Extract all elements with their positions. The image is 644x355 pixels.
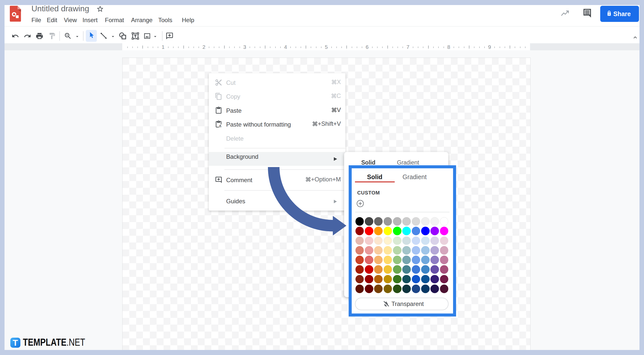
svg-text:A: A [219, 124, 222, 128]
